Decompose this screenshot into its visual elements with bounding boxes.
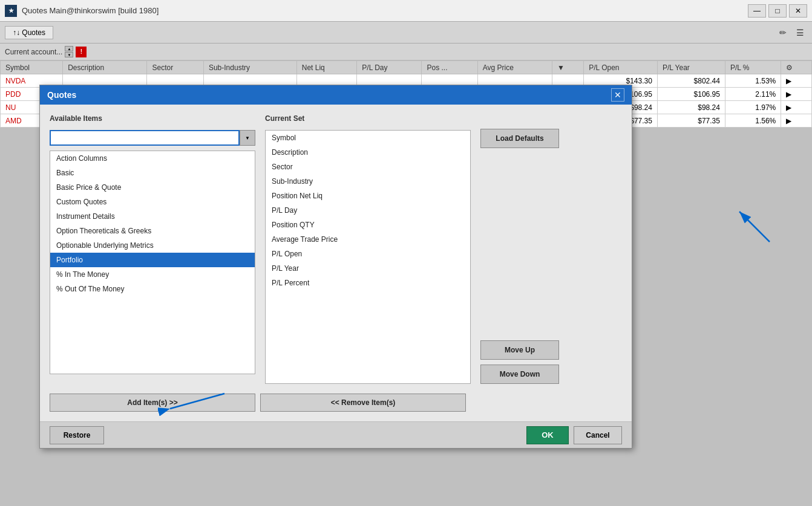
available-items-list[interactable]: Action Columns Basic Basic Price & Quote… xyxy=(50,151,255,374)
current-item[interactable]: P/L Percent xyxy=(266,276,470,290)
dialog-close-button[interactable]: ✕ xyxy=(611,88,624,102)
account-bar: Current account... ▲ ▼ ! xyxy=(0,44,812,60)
move-up-button[interactable]: Move Up xyxy=(480,340,559,360)
arrow-annotation xyxy=(733,206,782,254)
current-item[interactable]: P/L Day xyxy=(266,203,470,218)
list-item-selected[interactable]: Portfolio xyxy=(50,253,255,267)
dialog-title: Quotes xyxy=(47,90,76,100)
cancel-button[interactable]: Cancel xyxy=(574,426,622,444)
account-nav: ▲ ▼ xyxy=(65,46,73,57)
list-item[interactable]: Optionable Underlying Metrics xyxy=(50,238,255,253)
col-plopen[interactable]: P/L Open xyxy=(584,61,658,74)
cell-plyear: $98.24 xyxy=(657,101,725,114)
dialog-content: Available Items ▼ Action Columns Basic B… xyxy=(40,105,632,421)
cell-arrow: ▶ xyxy=(781,74,812,88)
footer-right: OK Cancel xyxy=(526,426,622,444)
account-warning-icon: ! xyxy=(76,47,87,57)
quotes-tab-label: ↑↓ Quotes xyxy=(13,28,45,37)
load-defaults-button[interactable]: Load Defaults xyxy=(480,129,559,148)
remove-items-button[interactable]: << Remove Item(s) xyxy=(260,394,466,412)
cell-plpercent: 2.11% xyxy=(725,88,781,101)
current-item[interactable]: Symbol xyxy=(266,131,470,145)
available-items-label: Available Items xyxy=(50,114,255,123)
current-item[interactable]: Average Trade Price xyxy=(266,232,470,247)
window-title: Quotes Main@thinkorswim [build 1980] xyxy=(22,6,159,15)
search-dropdown-button[interactable]: ▼ xyxy=(240,130,255,146)
list-item[interactable]: % In The Money xyxy=(50,267,255,282)
cell-arrow: ▶ xyxy=(781,88,812,101)
current-set-list[interactable]: Symbol Description Sector Sub-Industry P… xyxy=(265,130,471,384)
move-down-button[interactable]: Move Down xyxy=(480,365,559,384)
search-input[interactable] xyxy=(50,130,240,146)
list-item[interactable]: Basic Price & Quote xyxy=(50,180,255,195)
current-item[interactable]: Description xyxy=(266,145,470,160)
current-item[interactable]: Sector xyxy=(266,160,470,174)
list-item[interactable]: Action Columns xyxy=(50,151,255,166)
quotes-tab[interactable]: ↑↓ Quotes xyxy=(5,26,53,39)
col-plyear[interactable]: P/L Year xyxy=(657,61,725,74)
current-item[interactable]: P/L Year xyxy=(266,261,470,276)
title-bar-left: ★ Quotes Main@thinkorswim [build 1980] xyxy=(5,5,159,17)
cell-plyear: $802.44 xyxy=(657,74,725,88)
dialog-title-bar: Quotes ✕ xyxy=(40,85,632,105)
toolbar-right: ✏ ☰ xyxy=(776,25,807,40)
main-toolbar: ↑↓ Quotes ✏ ☰ xyxy=(0,22,812,44)
menu-icon[interactable]: ☰ xyxy=(793,25,807,40)
app-icon: ★ xyxy=(5,5,17,17)
list-item[interactable]: Instrument Details xyxy=(50,209,255,224)
col-subindustry[interactable]: Sub-Industry xyxy=(203,61,296,74)
account-nav-up[interactable]: ▲ xyxy=(65,46,73,51)
close-button[interactable]: ✕ xyxy=(789,4,807,18)
account-label: Current account... xyxy=(5,48,62,56)
title-bar: ★ Quotes Main@thinkorswim [build 1980] —… xyxy=(0,0,812,22)
col-netliq[interactable]: Net Liq xyxy=(296,61,357,74)
add-items-button[interactable]: Add Item(s) >> xyxy=(50,394,255,412)
window-controls: — □ ✕ xyxy=(748,4,807,18)
current-set-panel: Current Set Symbol Description Sector Su… xyxy=(265,114,471,384)
pencil-icon[interactable]: ✏ xyxy=(776,25,790,40)
current-item[interactable]: Sub-Industry xyxy=(266,174,470,189)
cell-plyear: $77.35 xyxy=(657,114,725,128)
cell-plpercent: 1.53% xyxy=(725,74,781,88)
cell-plpercent: 1.56% xyxy=(725,114,781,128)
current-item[interactable]: Position Net Liq xyxy=(266,189,470,203)
maximize-button[interactable]: □ xyxy=(768,4,787,18)
cell-arrow: ▶ xyxy=(781,114,812,128)
cell-arrow: ▶ xyxy=(781,101,812,114)
dialog-footer: Restore OK Cancel xyxy=(40,421,632,448)
cell-plpercent: 1.97% xyxy=(725,101,781,114)
table-header-row: Symbol Description Sector Sub-Industry N… xyxy=(1,61,812,74)
restore-button[interactable]: Restore xyxy=(50,426,104,444)
col-settings[interactable]: ⚙ xyxy=(781,61,812,74)
minimize-button[interactable]: — xyxy=(748,4,766,18)
right-action-panel: Load Defaults Move Up Move Down xyxy=(480,114,559,384)
col-sector[interactable]: Sector xyxy=(147,61,203,74)
col-plpercent[interactable]: P/L % xyxy=(725,61,781,74)
col-plday[interactable]: P/L Day xyxy=(357,61,422,74)
search-row: ▼ xyxy=(50,130,255,146)
col-sep: ▼ xyxy=(552,61,583,74)
dialog-body: Available Items ▼ Action Columns Basic B… xyxy=(50,114,622,384)
quotes-dialog: Quotes ✕ Available Items ▼ Action Column… xyxy=(39,85,632,449)
svg-line-1 xyxy=(739,212,770,242)
col-description[interactable]: Description xyxy=(63,61,147,74)
list-item[interactable]: Option Theoreticals & Greeks xyxy=(50,224,255,238)
list-item[interactable]: Basic xyxy=(50,166,255,180)
col-avgprice[interactable]: Avg Price xyxy=(477,61,552,74)
transfer-buttons-row: Add Item(s) >> << Remove Item(s) xyxy=(50,394,622,412)
account-nav-down[interactable]: ▼ xyxy=(65,52,73,57)
cell-plyear: $106.95 xyxy=(657,88,725,101)
list-item[interactable]: Custom Quotes xyxy=(50,195,255,209)
available-items-panel: Available Items ▼ Action Columns Basic B… xyxy=(50,114,255,384)
list-item[interactable]: % Out Of The Money xyxy=(50,282,255,296)
ok-button[interactable]: OK xyxy=(526,426,569,444)
current-item[interactable]: Position QTY xyxy=(266,218,470,232)
current-set-label: Current Set xyxy=(265,114,471,123)
col-pos[interactable]: Pos ... xyxy=(422,61,477,74)
col-symbol[interactable]: Symbol xyxy=(1,61,63,74)
current-item[interactable]: P/L Open xyxy=(266,247,470,261)
